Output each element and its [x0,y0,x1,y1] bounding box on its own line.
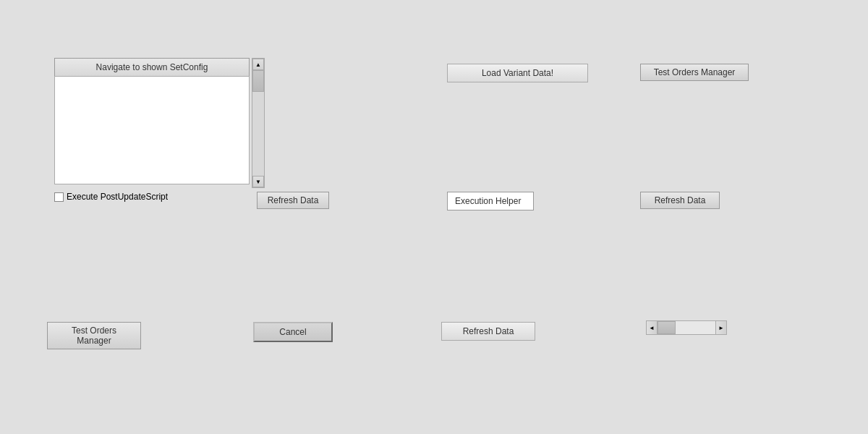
scroll-thumb[interactable] [252,70,264,92]
horizontal-scrollbar[interactable]: ◄ ► [646,320,727,335]
scroll-left-arrow[interactable]: ◄ [646,320,658,335]
refresh-data-center-left-button[interactable]: Refresh Data [257,192,329,209]
scroll-up-arrow[interactable]: ▲ [252,59,264,70]
execute-postupdatescript-label: Execute PostUpdateScript [67,192,168,202]
test-orders-manager-top-button[interactable]: Test Orders Manager [640,64,749,81]
refresh-data-bottom-button[interactable]: Refresh Data [441,322,535,341]
load-variant-data-button[interactable]: Load Variant Data! [447,64,588,82]
execute-postupdatescript-checkbox[interactable] [54,192,64,202]
scroll-track[interactable] [252,70,264,176]
scroll-right-arrow[interactable]: ► [715,320,727,335]
test-orders-manager-bottom-button[interactable]: Test Orders Manager [47,322,141,349]
navigate-setconfig-button[interactable]: Navigate to shown SetConfig [54,58,250,77]
h-scroll-track[interactable] [658,320,715,335]
setconfig-list [54,76,250,184]
refresh-data-top-right-button[interactable]: Refresh Data [640,192,720,209]
scroll-down-arrow[interactable]: ▼ [252,176,264,187]
execute-postupdatescript-area: Execute PostUpdateScript [54,192,168,202]
h-scroll-thumb[interactable] [658,321,676,334]
execution-helper-display: Execution Helper [447,192,534,210]
cancel-button[interactable]: Cancel [253,322,333,342]
vertical-scrollbar[interactable]: ▲ ▼ [252,58,265,188]
